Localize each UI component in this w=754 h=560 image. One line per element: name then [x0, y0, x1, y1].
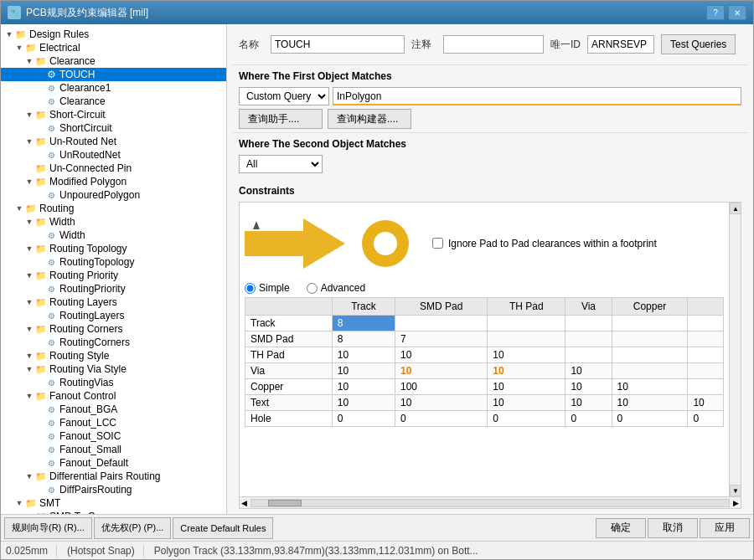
scroll-right-arrow[interactable]: ▶ — [731, 499, 741, 507]
tree-item-routinglayers[interactable]: ⚙ RoutingLayers — [1, 309, 226, 322]
apply-button[interactable]: 应用 — [700, 518, 750, 538]
toggle-diff-pairs[interactable]: ▼ — [24, 472, 34, 480]
scroll-track-area[interactable] — [730, 214, 741, 485]
scroll-up-arrow[interactable]: ▲ — [730, 203, 741, 214]
toggle-routing-style[interactable]: ▼ — [24, 352, 34, 360]
table-row: Hole 0 0 0 0 0 0 — [245, 411, 724, 427]
toggle-routing-corners[interactable]: ▼ — [24, 325, 34, 333]
tree-item-un-connected-pin[interactable]: 📁 Un-Connected Pin — [1, 162, 226, 175]
simple-radio-label[interactable]: Simple — [245, 282, 290, 294]
toggle-routing-topology[interactable]: ▼ — [24, 244, 34, 253]
advanced-radio[interactable] — [307, 283, 318, 294]
tree-item-diff-pairs[interactable]: ▼ 📁 Differential Pairs Routing — [1, 470, 226, 483]
toggle-routing-priority[interactable]: ▼ — [24, 271, 34, 280]
tree-item-diffpairsrouting[interactable]: ⚙ DiffPairsRouting — [1, 483, 226, 496]
tree-item-electrical[interactable]: ▼ 📁 Electrical — [1, 41, 226, 54]
tree-label: Routing Corners — [48, 323, 122, 335]
toggle-short-circuit[interactable]: ▼ — [24, 110, 34, 119]
tree-item-fanout-default[interactable]: ⚙ Fanout_Default — [1, 456, 226, 470]
cell-via-smd: 10 — [395, 363, 488, 379]
toggle-smt[interactable]: ▼ — [14, 499, 24, 507]
scroll-down-arrow[interactable]: ▼ — [730, 485, 741, 496]
tree-item-routing-style[interactable]: ▼ 📁 Routing Style — [1, 349, 226, 362]
tree-item-routingcorners[interactable]: ⚙ RoutingCorners — [1, 336, 226, 349]
tree-item-unroutednet[interactable]: ⚙ UnRoutedNet — [1, 148, 226, 162]
rule-icon: ⚙ — [44, 484, 58, 496]
tree-item-routingtopology[interactable]: ⚙ RoutingTopology — [1, 255, 226, 269]
tree-item-routing-topology[interactable]: ▼ 📁 Routing Topology — [1, 242, 226, 255]
query-builder-button[interactable]: 查询构建器.... — [328, 109, 411, 129]
tree-item-routing[interactable]: ▼ 📁 Routing — [1, 202, 226, 215]
tree-item-shortcircuit[interactable]: ⚙ ShortCircuit — [1, 121, 226, 135]
tree-item-smt[interactable]: ▼ 📁 SMT — [1, 496, 226, 510]
tree-item-fanout-control[interactable]: ▼ 📁 Fanout Control — [1, 389, 226, 403]
scroll-track-h[interactable] — [250, 499, 730, 507]
toggle-clearance[interactable]: ▼ — [24, 57, 34, 65]
query-type-select[interactable]: Custom Query — [239, 87, 329, 105]
advanced-radio-label[interactable]: Advanced — [307, 282, 365, 294]
scroll-thumb-h[interactable] — [268, 500, 302, 506]
create-default-rules-button[interactable]: Create Default Rules — [173, 517, 273, 539]
toggle-un-routed-net[interactable]: ▼ — [24, 137, 34, 146]
tree-item-modified-polygon[interactable]: ▼ 📁 Modified Polygon — [1, 175, 226, 188]
ignore-pad-checkbox[interactable] — [432, 238, 443, 249]
tree-label: UnRoutedNet — [58, 149, 121, 161]
priority-button[interactable]: 优先权(P) (P)... — [94, 517, 172, 539]
test-queries-button[interactable]: Test Queries — [661, 34, 736, 54]
graphic-area: Ignore Pad to Pad clearances within a fo… — [245, 208, 724, 279]
cell-track-extra — [688, 316, 724, 331]
tree-item-short-circuit[interactable]: ▼ 📁 Short-Circuit — [1, 108, 226, 121]
tree-label: Un-Connected Pin — [48, 162, 132, 174]
ok-button[interactable]: 确定 — [596, 518, 646, 538]
scroll-left-arrow[interactable]: ◀ — [240, 499, 249, 507]
tree-item-clearance[interactable]: ⚙ Clearance — [1, 95, 226, 108]
tree-item-design-rules[interactable]: ▼ 📁 Design Rules — [1, 28, 226, 41]
toggle-modified-polygon[interactable]: ▼ — [24, 177, 34, 186]
toggle-electrical[interactable]: ▼ — [14, 44, 24, 52]
toggle-fanout-control[interactable]: ▼ — [24, 392, 34, 400]
tree-item-routing-layers[interactable]: ▼ 📁 Routing Layers — [1, 295, 226, 309]
tree-item-fanout-lcc[interactable]: ⚙ Fanout_LCC — [1, 416, 226, 429]
uid-input[interactable] — [587, 35, 654, 54]
toggle-width-group[interactable]: ▼ — [24, 218, 34, 226]
cancel-button[interactable]: 取消 — [648, 518, 698, 538]
tree-item-fanout-small[interactable]: ⚙ Fanout_Small — [1, 443, 226, 456]
horizontal-scrollbar[interactable]: ◀ ▶ — [240, 496, 741, 508]
note-input[interactable] — [443, 35, 544, 54]
tree-item-unpoured-polygon[interactable]: ⚙ UnpouredPolygon — [1, 188, 226, 202]
tree-item-clearance-group[interactable]: ▼ 📁 Clearance — [1, 54, 226, 68]
folder-icon: 📁 — [34, 470, 48, 482]
toggle-routing[interactable]: ▼ — [14, 204, 24, 213]
tree-item-touch[interactable]: ⚙ TOUCH — [1, 68, 226, 81]
second-match-select[interactable]: All — [239, 155, 323, 173]
vertical-scrollbar[interactable]: ▲ ▼ — [729, 203, 741, 496]
form-header: 名称 注释 唯一ID Test Queries — [232, 29, 748, 65]
query-helper-button[interactable]: 查询助手.... — [239, 109, 323, 129]
table-row: TH Pad 10 10 10 — [245, 347, 724, 363]
tree-item-width-group[interactable]: ▼ 📁 Width — [1, 215, 226, 229]
constraints-inner[interactable]: Ignore Pad to Pad clearances within a fo… — [240, 203, 729, 496]
tree-item-fanout-bga[interactable]: ⚙ Fanout_BGA — [1, 403, 226, 416]
tree-item-routingvias[interactable]: ⚙ RoutingVias — [1, 376, 226, 389]
rule-icon: ⚙ — [44, 417, 58, 429]
query-input[interactable] — [333, 87, 741, 105]
cell-via-via: 10 — [566, 363, 612, 379]
help-button[interactable]: ? — [706, 5, 725, 20]
tree-container[interactable]: ▼ 📁 Design Rules ▼ 📁 Electrical ▼ 📁 Clea… — [1, 24, 226, 514]
toggle-design-rules[interactable]: ▼ — [4, 30, 14, 39]
toggle-routing-layers[interactable]: ▼ — [24, 298, 34, 306]
tree-item-routing-corners[interactable]: ▼ 📁 Routing Corners — [1, 322, 226, 336]
tree-item-routing-priority[interactable]: ▼ 📁 Routing Priority — [1, 269, 226, 282]
simple-radio[interactable] — [245, 283, 256, 294]
tree-item-routing-via-style[interactable]: ▼ 📁 Routing Via Style — [1, 362, 226, 376]
tree-item-fanout-soic[interactable]: ⚙ Fanout_SOIC — [1, 429, 226, 443]
cell-track-track[interactable]: 8 — [332, 316, 395, 331]
rule-wizard-button[interactable]: 规则向导(R) (R)... — [4, 517, 92, 539]
close-button[interactable]: ✕ — [728, 5, 746, 20]
tree-item-clearance1[interactable]: ⚙ Clearance1 — [1, 81, 226, 95]
tree-item-un-routed-net[interactable]: ▼ 📁 Un-Routed Net — [1, 135, 226, 148]
tree-item-routingpriority[interactable]: ⚙ RoutingPriority — [1, 282, 226, 295]
tree-item-width[interactable]: ⚙ Width — [1, 229, 226, 242]
toggle-routing-via-style[interactable]: ▼ — [24, 365, 34, 373]
name-input[interactable] — [271, 35, 405, 54]
